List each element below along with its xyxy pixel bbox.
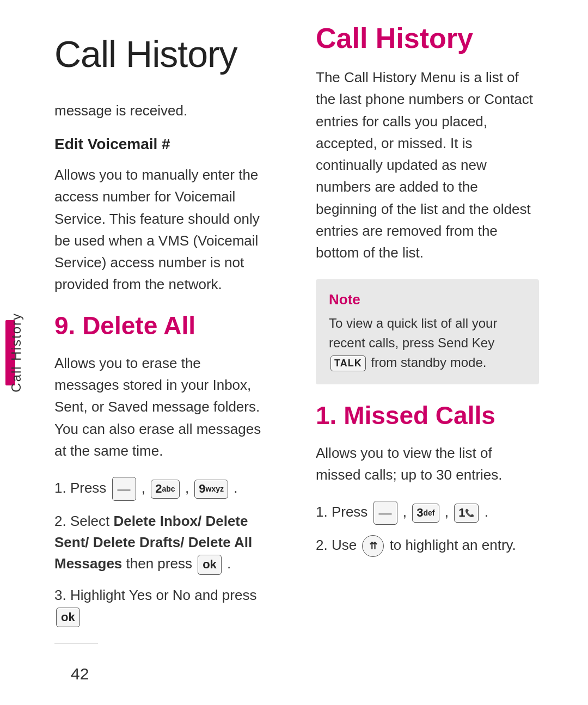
bottom-divider [54,643,98,644]
page-number: 42 [71,665,89,683]
step1-prefix: 1. Press [54,480,106,496]
missed-step2-prefix: 2. Use [316,537,357,553]
key-2abc: 2 abc [151,480,179,499]
note-box: Note To view a quick list of all your re… [316,279,539,384]
missed-step1-prefix: 1. Press [316,504,367,520]
missed-step2-suffix: to highlight an entry. [390,537,516,553]
step-3: 3. Highlight Yes or No and press ok [54,585,261,627]
step-2: 2. Select Delete Inbox/ Delete Sent/ Del… [54,511,261,574]
minus-key-1: — [112,477,136,501]
note-text: To view a quick list of all your recent … [329,314,526,372]
step2-suffix: then press [122,555,196,572]
step2-prefix: 2. Select [54,513,113,529]
missed-step-1: 1. Press — , 3 def , 1 📞 . [316,501,539,525]
side-tab-label: Call History [9,312,24,393]
missed-steps-list: 1. Press — , 3 def , 1 📞 . 2. Use ⇈ to h… [316,501,539,557]
key-3def: 3 def [412,504,439,523]
note-title: Note [329,291,526,308]
talk-key: TALK [330,355,366,371]
step3-text: 3. Highlight Yes or No and press [54,587,256,603]
left-column: Call History message is received. Edit V… [33,0,283,705]
missed-calls-title: 1. Missed Calls [316,401,539,430]
nav-circle-icon: ⇈ [362,535,384,557]
missed-calls-body: Allows you to view the list of missed ca… [316,442,539,486]
edit-voicemail-heading: Edit Voicemail # [54,136,261,153]
steps-list: 1. Press — , 2 abc , 9 wxyz . 2. Select … [54,477,261,627]
ok-key-1: ok [198,555,222,575]
page: Call History Call History message is rec… [0,0,588,705]
delete-all-title: 9. Delete All [54,311,261,340]
edit-voicemail-body: Allows you to manually enter the access … [54,164,261,296]
note-body: To view a quick list of all your recent … [329,316,497,350]
right-column: Call History The Call History Menu is a … [294,0,566,705]
note-suffix: from standby mode. [371,355,486,370]
ok-key-2: ok [56,608,80,628]
side-tab: Call History [0,0,33,705]
call-history-title: Call History [316,22,539,54]
message-received-text: message is received. [54,102,261,119]
delete-all-body: Allows you to erase the messages stored … [54,352,261,462]
key-1-icon: 1 📞 [454,504,479,523]
key-9wxyz: 9 wxyz [194,480,228,499]
call-history-body: The Call History Menu is a list of the l… [316,66,539,264]
minus-key-2: — [373,501,397,525]
step-1: 1. Press — , 2 abc , 9 wxyz . [54,477,261,501]
page-main-title: Call History [54,33,261,75]
missed-step-2: 2. Use ⇈ to highlight an entry. [316,535,539,557]
